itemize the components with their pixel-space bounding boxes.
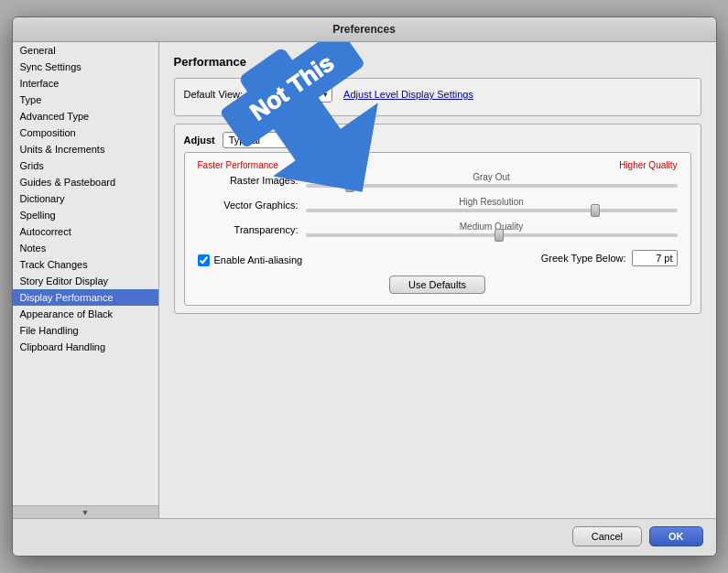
preferences-dialog: Preferences GeneralSync SettingsInterfac…	[12, 16, 717, 557]
transparency-label: Transparency:	[198, 224, 299, 235]
view-setting-select[interactable]: Typical Fast Display High Quality	[223, 132, 305, 148]
vector-slider-track[interactable]	[306, 209, 678, 212]
raster-value-label: Gray Out	[473, 172, 510, 182]
transparency-value-label: Medium Quality	[460, 222, 523, 232]
default-view-panel: Default View: Typical Fast Display High …	[174, 78, 701, 116]
vector-slider-row: Vector Graphics: High Resolution	[198, 197, 678, 212]
adjust-label: Adjust	[184, 135, 215, 146]
sidebar-item-dictionary[interactable]: Dictionary	[13, 190, 158, 207]
sidebar-item-trackchanges[interactable]: Track Changes	[13, 256, 158, 273]
view-setting-select-wrapper: Typical Fast Display High Quality	[223, 132, 305, 148]
ok-button[interactable]: OK	[649, 526, 703, 546]
sidebar-item-syncsettings[interactable]: Sync Settings	[13, 59, 158, 75]
sidebar-item-grids[interactable]: Grids	[13, 157, 158, 174]
greek-type-label: Greek Type Below:	[541, 253, 626, 264]
antialiasing-label: Enable Anti-aliasing	[214, 254, 303, 265]
quality-label: Higher Quality	[619, 160, 677, 170]
greek-type-row: Greek Type Below:	[541, 250, 678, 266]
sidebar-item-spelling[interactable]: Spelling	[13, 207, 158, 223]
raster-slider-track[interactable]	[306, 184, 678, 188]
sidebar-item-advancedtype[interactable]: Advanced Type	[13, 108, 158, 124]
transparency-slider-row: Transparency: Medium Quality	[198, 222, 678, 237]
transparency-slider-thumb[interactable]	[494, 229, 504, 242]
section-title: Performance	[174, 55, 701, 69]
level-display-link[interactable]: Adjust Level Display Settings	[343, 89, 473, 100]
transparency-slider-track[interactable]	[306, 233, 678, 237]
sidebar-scroll-indicator[interactable]: ▼	[13, 505, 158, 518]
sidebar-item-guides&pasteboard[interactable]: Guides & Pasteboard	[13, 174, 158, 190]
raster-slider-thumb[interactable]	[345, 179, 354, 192]
sidebar-item-storyeditordisplay[interactable]: Story Editor Display	[13, 273, 158, 289]
sidebar-item-filehandling[interactable]: File Handling	[13, 322, 158, 339]
slider-panel: Faster Performance Higher Quality Raster…	[184, 152, 691, 306]
raster-label: Raster Images:	[198, 175, 299, 186]
sidebar-item-notes[interactable]: Notes	[13, 240, 158, 256]
default-view-label: Default View:	[184, 89, 244, 100]
dialog-buttons: Cancel OK	[13, 518, 716, 556]
sidebar-item-type[interactable]: Type	[13, 92, 158, 108]
sidebar-item-displayperformance[interactable]: Display Performance	[13, 289, 158, 306]
raster-slider-row: Raster Images: Gray Out	[198, 172, 678, 188]
title-bar: Preferences	[13, 17, 716, 42]
greek-type-input[interactable]	[632, 250, 678, 266]
default-view-select[interactable]: Typical Fast Display High Quality	[250, 86, 332, 103]
main-content: Not This Performance Default View: Typic…	[159, 42, 716, 518]
speed-label: Faster Performance	[198, 160, 278, 170]
default-view-select-wrapper: Typical Fast Display High Quality	[250, 86, 332, 103]
adjust-panel: Adjust Typical Fast Display High Quality…	[174, 124, 701, 314]
use-defaults-button[interactable]: Use Defaults	[389, 276, 485, 294]
vector-value-label: High Resolution	[459, 197, 524, 207]
sidebar-item-general[interactable]: General	[13, 42, 158, 59]
sidebar-item-interface[interactable]: Interface	[13, 75, 158, 92]
sidebar: GeneralSync SettingsInterfaceTypeAdvance…	[13, 42, 159, 518]
sidebar-item-autocorrect[interactable]: Autocorrect	[13, 223, 158, 240]
dialog-title: Preferences	[332, 23, 396, 36]
sidebar-item-clipboardhandling[interactable]: Clipboard Handling	[13, 339, 158, 355]
sidebar-item-units&increments[interactable]: Units & Increments	[13, 141, 158, 157]
antialiasing-checkbox[interactable]	[198, 254, 210, 266]
cancel-button[interactable]: Cancel	[572, 526, 642, 546]
antialiasing-row: Enable Anti-aliasing	[198, 254, 303, 266]
use-defaults-row: Use Defaults	[198, 276, 678, 294]
vector-slider-thumb[interactable]	[591, 204, 600, 217]
sidebar-item-composition[interactable]: Composition	[13, 124, 158, 141]
vector-label: Vector Graphics:	[198, 200, 299, 211]
sidebar-item-appearanceofblack[interactable]: Appearance of Black	[13, 306, 158, 322]
sidebar-list: GeneralSync SettingsInterfaceTypeAdvance…	[13, 42, 158, 355]
